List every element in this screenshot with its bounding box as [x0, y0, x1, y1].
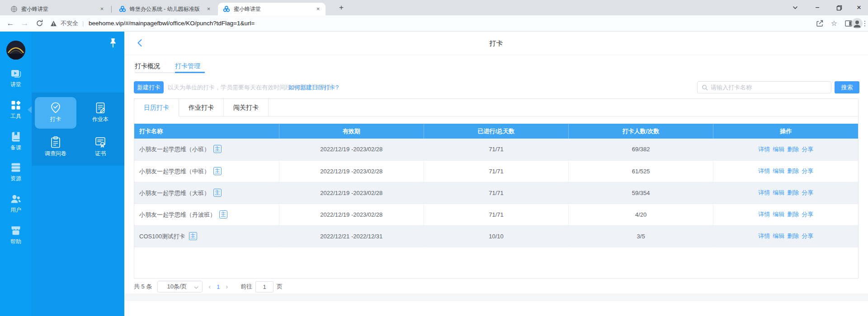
page-header: 打卡	[124, 32, 868, 55]
user-avatar[interactable]	[6, 41, 25, 60]
submenu-item-survey[interactable]: 调查问卷	[35, 131, 76, 163]
new-punch-button[interactable]: 新建打卡	[134, 81, 164, 93]
sidebar-item-lecture[interactable]: 讲堂	[0, 68, 32, 88]
col-header-period: 有效期	[279, 124, 424, 139]
detail-link[interactable]: 详情	[758, 167, 770, 174]
share-link[interactable]: 分享	[802, 189, 813, 196]
kebab-menu-icon[interactable]: ⋮	[862, 15, 868, 31]
owner-badge: 主	[189, 232, 197, 240]
sidebar-item-users[interactable]: 用户	[0, 193, 32, 214]
share-link[interactable]: 分享	[802, 232, 813, 239]
punch-table: 打卡名称 有效期 已进行/总天数 打卡人数/次数 操作 小朋友一起学思维（小班）…	[134, 124, 858, 247]
tab-search-chevron-icon[interactable]	[785, 0, 805, 15]
sidebar-item-label: 用户	[0, 206, 32, 214]
detail-link[interactable]: 详情	[758, 232, 770, 239]
subtab-calendar-punch[interactable]: 日历打卡	[134, 99, 179, 116]
share-icon[interactable]	[813, 15, 826, 31]
subtab-homework-punch[interactable]: 作业打卡	[179, 99, 224, 116]
not-secure-warning-icon[interactable]	[48, 15, 59, 31]
main-content: 打卡 打卡概况 打卡管理 新建打卡 以天为单位的打卡，学员需要每天在有效时间段内…	[124, 32, 868, 316]
edit-link[interactable]: 编辑	[773, 146, 784, 153]
storefront-icon	[0, 225, 32, 237]
address-bar-url[interactable]: beehome.vip/#/mainpagefbwl/office/KO/pun…	[89, 15, 255, 31]
browser-forward-icon[interactable]: →	[18, 15, 32, 31]
detail-link[interactable]: 详情	[758, 211, 770, 218]
punch-progress: 71/71	[424, 204, 568, 225]
bee-favicon-icon	[223, 5, 230, 13]
owner-badge: 主	[219, 210, 227, 218]
detail-link[interactable]: 详情	[758, 189, 770, 196]
delete-link[interactable]: 删除	[787, 232, 799, 239]
page-unit-label: 页	[277, 283, 283, 291]
submenu-item-punch[interactable]: 打卡	[35, 97, 76, 129]
subtab-challenge-punch[interactable]: 闯关打卡	[224, 99, 269, 116]
edit-link[interactable]: 编辑	[773, 189, 784, 196]
search-button[interactable]: 搜索	[835, 81, 859, 93]
how-to-create-link[interactable]: 如何新建日历打卡?	[288, 81, 339, 93]
bookmark-star-icon[interactable]: ☆	[827, 15, 841, 31]
sidebar-item-resources[interactable]: 资源	[0, 162, 32, 182]
edit-link[interactable]: 编辑	[773, 232, 784, 239]
delete-link[interactable]: 删除	[787, 146, 799, 153]
submenu-item-certificate[interactable]: 证书	[80, 131, 121, 163]
security-label[interactable]: 不安全	[61, 15, 78, 31]
share-link[interactable]: 分享	[802, 167, 813, 174]
browser-tab-3-active[interactable]: 蜜小蜂讲堂 ×	[218, 3, 326, 15]
detail-link[interactable]: 详情	[758, 146, 770, 153]
subtab-filler	[269, 99, 858, 116]
edit-link[interactable]: 编辑	[773, 211, 784, 218]
col-header-count: 打卡人数/次数	[569, 124, 713, 139]
tab-separator	[111, 6, 112, 13]
edit-link[interactable]: 编辑	[773, 167, 784, 174]
sidebar-item-help[interactable]: 帮助	[0, 225, 32, 246]
tab-punch-manage[interactable]: 打卡管理	[175, 60, 200, 72]
browser-toolbar: ← → 不安全 | beehome.vip/#/mainpagefbwl/off…	[0, 15, 868, 32]
share-link[interactable]: 分享	[802, 211, 813, 218]
sidebar-item-tools[interactable]: 工具	[0, 99, 32, 120]
delete-link[interactable]: 删除	[787, 167, 799, 174]
pin-icon[interactable]	[108, 37, 118, 51]
prev-page-arrow[interactable]: ‹	[208, 283, 211, 290]
browser-back-icon[interactable]: ←	[4, 15, 17, 31]
table-row: 小朋友一起学思维（大班）主 2022/12/19 -2023/02/28 71/…	[134, 182, 858, 204]
delete-link[interactable]: 删除	[787, 189, 799, 196]
notebook-pen-icon	[80, 101, 121, 115]
browser-reload-icon[interactable]	[33, 15, 46, 31]
goto-page-input[interactable]	[255, 281, 274, 293]
search-input[interactable]	[711, 84, 831, 91]
page-size-select[interactable]: 10条/页	[157, 281, 203, 293]
window-minimize-button[interactable]: −	[807, 0, 827, 15]
certificate-icon	[80, 135, 121, 149]
punch-progress: 71/71	[424, 182, 568, 204]
search-box[interactable]	[697, 81, 831, 93]
punch-count: 59/354	[569, 182, 713, 204]
page-size-value: 10条/页	[167, 283, 187, 291]
tab-punch-overview[interactable]: 打卡概况	[135, 60, 160, 72]
tab-close-icon[interactable]: ×	[314, 5, 322, 13]
window-close-button[interactable]: ×	[850, 0, 868, 15]
browser-tab-2[interactable]: 蜂堡办公系统 - 幼儿园标准版 ×	[114, 3, 216, 15]
sidebar-item-label: 备课	[0, 144, 32, 152]
table-row: 小朋友一起学思维（中班）主 2022/12/19 -2023/02/28 71/…	[134, 160, 858, 182]
current-page-number[interactable]: 1	[217, 283, 220, 290]
pin-check-icon	[35, 101, 76, 115]
sidebar-rail: 讲堂 工具 备课 资源	[0, 32, 32, 316]
sidebar-item-label: 资源	[0, 175, 32, 182]
browser-tab-1[interactable]: 蜜小蜂讲堂 ×	[5, 3, 109, 15]
sidebar-item-lesson-prep[interactable]: 备课	[0, 131, 32, 152]
pagination-bar: 共 5 条 10条/页 ‹ 1 › 前往 页	[134, 280, 283, 293]
stack-icon	[0, 162, 32, 173]
window-restore-button[interactable]	[829, 0, 849, 15]
section-divider	[124, 293, 868, 301]
tab-close-icon[interactable]: ×	[205, 5, 212, 13]
punch-count: 69/382	[569, 139, 713, 160]
delete-link[interactable]: 删除	[787, 211, 799, 218]
tab-close-icon[interactable]: ×	[98, 5, 106, 13]
next-page-arrow[interactable]: ›	[226, 283, 228, 290]
punch-name: 小朋友一起学思维（中班）	[139, 168, 210, 175]
new-tab-button[interactable]: +	[335, 2, 347, 14]
submenu-item-workbook[interactable]: 作业本	[80, 97, 121, 129]
submenu-item-label: 证书	[80, 150, 121, 158]
punch-period: 2022/12/19 -2023/02/28	[279, 139, 424, 160]
share-link[interactable]: 分享	[802, 146, 813, 153]
